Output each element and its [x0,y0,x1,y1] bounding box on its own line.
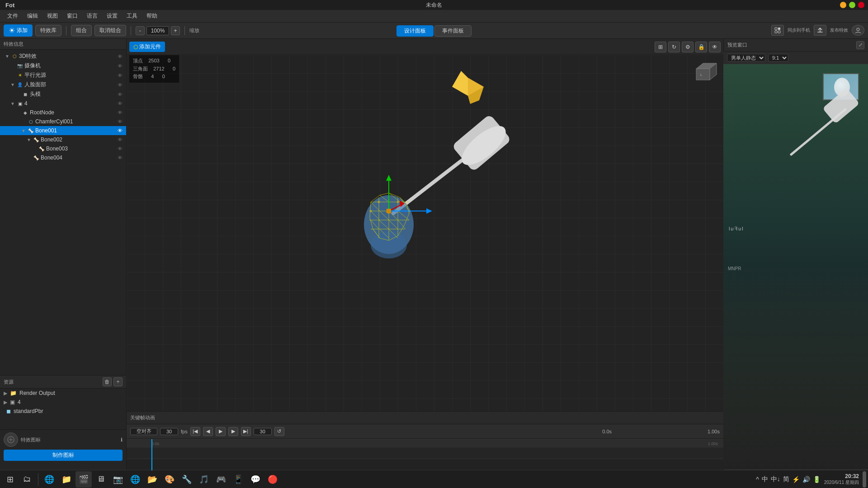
maximize-button[interactable] [849,2,855,8]
add-button[interactable]: ☀ 添加 [4,24,33,37]
tree-eye-rootnode[interactable]: 👁 [116,110,124,115]
menu-language[interactable]: 语言 [83,11,101,21]
tree-item-g4[interactable]: ▼ ▣ 4 👁 [0,99,126,108]
tree-arrow-bone002[interactable]: ▼ [26,137,32,142]
close-button[interactable] [858,2,864,8]
taskbar-phone[interactable]: 📱 [230,471,246,488]
tree-eye-bone004[interactable]: 👁 [116,155,124,160]
tree-item-camera[interactable]: 📷 摄像机 👁 [0,61,126,70]
menu-edit[interactable]: 编辑 [24,11,42,21]
resource-render-output[interactable]: ▶ 📁 Render Output [0,389,126,398]
menu-tools[interactable]: 工具 [123,11,141,21]
timeline-playhead[interactable] [151,439,152,470]
tree-eye-chamfer[interactable]: 👁 [116,119,124,124]
taskbar-folder[interactable]: 📁 [58,471,75,488]
tray-simplified[interactable]: 简 [783,475,789,483]
taskbar-web[interactable]: 🌐 [127,471,143,488]
zoom-out-button[interactable]: - [136,26,145,35]
tree-eye-bone003[interactable]: 👁 [116,146,124,151]
make-icon-button[interactable]: 制作图标 [4,450,123,461]
tree-eye-face[interactable]: 👁 [116,82,124,88]
tree-eye-bone001[interactable]: 👁 [116,128,124,133]
taskbar-browser[interactable]: 🌐 [41,471,57,488]
tree-eye-bone002[interactable]: 👁 [116,137,124,142]
tray-up-arrow[interactable]: ^ [756,476,759,483]
viewport[interactable]: L [127,55,723,429]
zoom-in-button[interactable]: + [171,26,180,35]
preview-ratio-select[interactable]: 9:16 [768,54,788,62]
tree-item-head[interactable]: ◼ 头模 👁 [0,89,126,99]
taskbar-game[interactable]: 🎮 [213,471,229,488]
taskbar-start-btn[interactable]: ⊞ [2,471,18,488]
vp-eye-btn[interactable]: 👁 [709,42,721,52]
system-clock[interactable]: 20:32 2020/6/11 星期四 [824,473,859,486]
show-desktop-btn[interactable] [863,471,866,488]
add-element-button[interactable]: ⬡ 添加元件 [129,42,165,52]
resource-g4[interactable]: ▶ ▣ 4 [0,398,126,407]
resource-standard-pbr[interactable]: ◼ standardPbr [0,407,126,416]
tree-eye-g4[interactable]: 👁 [116,101,124,106]
tree-eye-camera[interactable]: 👁 [116,63,124,69]
taskbar-app-red[interactable]: 🔴 [264,471,281,488]
taskbar-effects[interactable]: 🎬 [75,471,92,488]
menu-file[interactable]: 文件 [4,11,22,21]
timeline-track-area[interactable]: 0.0s 1.00s [127,439,723,470]
menu-window[interactable]: 窗口 [63,11,81,21]
minimize-button[interactable] [840,2,846,8]
tree-arrow-g4[interactable]: ▼ [10,101,15,106]
tray-network[interactable]: ⚡ [792,476,800,483]
combine-button[interactable]: 组合 [71,25,92,36]
play-btn[interactable]: ▶ [216,427,226,436]
menu-view[interactable]: 视图 [43,11,61,21]
resources-clear-btn[interactable]: 🗑 [103,377,112,386]
tree-item-rootnode[interactable]: ◆ RootNode 👁 [0,108,126,117]
taskbar-app2[interactable]: 🖥 [93,471,109,488]
tree-eye-3dfx[interactable]: 👁 [116,54,124,59]
resources-add-btn[interactable]: + [113,377,123,386]
nav-cube[interactable]: L [694,60,719,84]
preview-person-select[interactable]: 男单人静态 [727,54,765,62]
taskbar-music[interactable]: 🎵 [196,471,212,488]
user-avatar[interactable] [852,25,864,36]
tab-design[interactable]: 设计面板 [396,25,434,37]
timeline-fps-input[interactable] [160,428,178,435]
end-frame-input[interactable] [254,428,272,435]
vp-refresh-btn[interactable]: ↻ [668,42,680,52]
publish-button[interactable] [814,25,826,36]
tree-item-bone004[interactable]: 🦴 Bone004 👁 [0,153,126,162]
taskbar-paint[interactable]: 🎨 [161,471,178,488]
tree-arrow-bone001[interactable]: ▼ [21,128,26,133]
prev-key-btn[interactable]: |◀ [190,427,200,436]
taskbar-tool[interactable]: 🔧 [179,471,195,488]
tree-item-bone001[interactable]: ▼ 🦴 Bone001 👁 [0,126,126,135]
tree-item-3dfx[interactable]: ▼ ⬡ 3D特效 👁 [0,52,126,61]
tree-item-face[interactable]: ▼ 👤 人脸面部 👁 [0,80,126,89]
taskbar-camera[interactable]: 📷 [110,471,126,488]
tree-item-bone002[interactable]: ▼ 🦴 Bone002 👁 [0,135,126,144]
tree-item-chamfercyl001[interactable]: ⬡ ChamferCyl001 👁 [0,117,126,126]
tab-event[interactable]: 事件面板 [434,25,472,37]
effects-library-button[interactable]: 特效库 [35,25,61,36]
tray-lang[interactable]: 中 [762,475,768,483]
vp-lock-btn[interactable]: 🔒 [695,42,707,52]
sync-button[interactable] [771,25,784,36]
cancel-combine-button[interactable]: 取消组合 [94,25,126,36]
tray-volume[interactable]: 🔊 [802,476,810,483]
menu-help[interactable]: 帮助 [143,11,161,21]
tree-eye-head[interactable]: 👁 [116,92,124,97]
tree-arrow-3dfx[interactable]: ▼ [5,54,10,59]
taskbar-chat[interactable]: 💬 [247,471,264,488]
vp-grid-btn[interactable]: ⊞ [655,42,666,52]
tree-eye-light[interactable]: 👁 [116,73,124,78]
prev-frame-btn[interactable]: ◀ [203,427,213,436]
loop-btn[interactable]: ↺ [274,427,284,436]
vp-settings-btn[interactable]: ⚙ [682,42,693,52]
tree-arrow-face[interactable]: ▼ [10,82,15,87]
next-frame-btn[interactable]: ▶ [228,427,238,436]
tree-item-bone003[interactable]: 🦴 Bone003 👁 [0,144,126,153]
next-key-btn[interactable]: ▶| [241,427,251,436]
tree-item-light[interactable]: ☀ 平行光源 👁 [0,70,126,80]
tray-input-method[interactable]: 中↓ [771,475,780,483]
preview-expand-btn[interactable]: ⤢ [856,41,864,49]
tray-battery[interactable]: 🔋 [813,476,821,483]
